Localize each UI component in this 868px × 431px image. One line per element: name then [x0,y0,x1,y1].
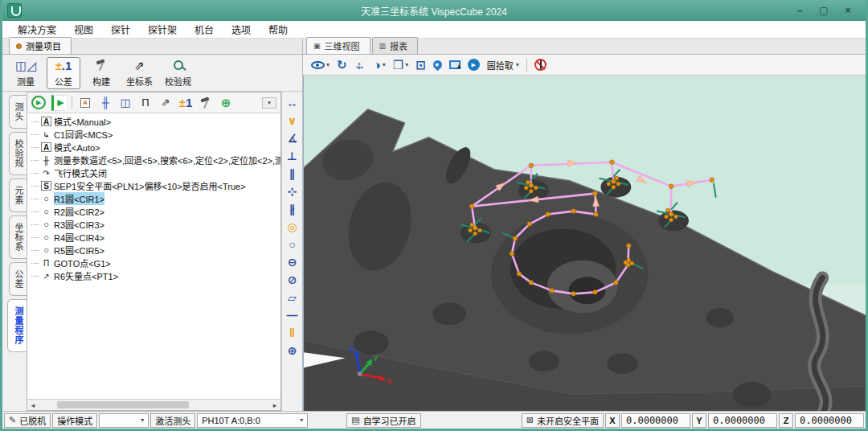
operation-mode-label: 操作模式 [52,413,97,428]
map-pin-icon [431,59,444,72]
tree-row-selected[interactable]: ○R1圆<CIR1> [27,192,280,205]
run-view-button[interactable]: ▶ [468,59,480,71]
circle-pick-dropdown[interactable]: 圆拾取▾ [487,59,519,72]
circle-icon: ○ [41,245,51,255]
measure-element-button[interactable]: ◫ [118,95,133,111]
angle-tool[interactable]: ∨ [283,112,302,129]
tree-row[interactable]: A模式<Manual> [27,115,280,128]
side-tab-probe[interactable]: 测头 [9,95,27,129]
eye-icon [311,61,325,69]
disable-collision-button[interactable] [534,59,547,71]
tree-row[interactable]: A模式<Auto> [27,141,280,154]
perpendicularity-tool[interactable]: ⊥ [283,147,302,165]
goto-button[interactable]: Π [138,95,153,111]
ribbon-measure-button[interactable]: ◫◿ 测量 [9,57,43,89]
tree-row[interactable]: ↳C1回调<MCS> [27,128,280,141]
title-bar: 天准三坐标系统 VispecCube 2024 – ▢ × [2,0,866,21]
side-tab-elements[interactable]: 元素 [9,179,27,212]
tab-3d-view[interactable]: ▣ 三维视图 [306,37,371,54]
viewport-3d[interactable]: X Y Z [303,76,866,411]
menu-help[interactable]: 帮助 [260,21,297,38]
menu-machine[interactable]: 机台 [186,21,223,38]
active-probe-select[interactable]: PH10T A:0,B:0 ▾ [197,413,308,428]
move-icon [354,59,366,72]
pan-view-button[interactable] [354,59,366,72]
minimize-button[interactable]: – [793,5,806,16]
pen-icon: ✎ [9,415,16,425]
chevron-down-icon: ▾ [326,61,330,68]
tree-row[interactable]: ╫测量参数逼近<5>,回退<5>,搜索<6>,定位<2>,定位加<2>,测量 [27,154,280,166]
symmetry-tool[interactable]: ‖ [283,324,302,342]
coordinate-system-button[interactable]: ⇗ [158,95,173,111]
operation-mode-select[interactable]: ▾ [99,413,149,428]
scroll-right-icon[interactable]: ▸ [269,401,280,409]
tree-row[interactable]: ↷飞行模式关闭 [27,166,280,179]
ribbon-coordinate-system-button[interactable]: ⇗ 坐标系 [122,57,157,89]
tree-row[interactable]: ○R3圆<CIR3> [27,218,280,231]
close-button[interactable]: × [841,5,854,16]
diameter-tool[interactable]: ⊖ [283,253,302,271]
recall-icon: ↳ [41,130,51,139]
report-icon: ▥ [379,42,387,50]
tree-row[interactable]: SSEP1安全平面<PLN1>偏移<10>是否启用<True> [27,179,280,192]
appearance-button[interactable]: ◑▾ [374,58,386,72]
step-run-button[interactable]: ▶ [51,95,66,111]
maximize-button[interactable]: ▢ [817,5,830,16]
menu-view[interactable]: 视图 [65,21,102,38]
toolbar-overflow-button[interactable]: ▾ [262,97,276,109]
roundness-tool[interactable]: ○ [283,236,302,253]
ribbon-tolerance-label: 公差 [55,75,72,88]
projection-button[interactable]: ❒▾ [393,58,408,72]
locate-button[interactable] [433,60,442,69]
side-tab-measurement-program[interactable]: 测量程序 [7,299,27,352]
ribbon-construct-button[interactable]: 构建 [84,57,118,89]
menu-probe[interactable]: 探针 [102,21,139,38]
toolbar-separator [72,96,72,109]
visibility-button[interactable]: ▾ [311,61,330,69]
distance-tool[interactable]: ↔ [283,94,302,112]
measurement-project-panel: 测量项目 ◫◿ 测量 ±.1 公差 构建 ⇗ 坐标系 [2,39,303,411]
cylindricity-tool[interactable]: ⊘ [283,271,302,289]
concentricity-tool[interactable]: ◎ [283,218,302,236]
angularity-tool[interactable]: ∦ [283,200,302,218]
tree-row[interactable]: ↗R6矢量点<PT1> [27,269,280,282]
mode-icon: A [41,142,51,152]
tab-measurement-project[interactable]: 测量项目 [9,37,72,54]
side-tab-coordinate-system[interactable]: 坐标系 [9,216,27,259]
probe-target-button[interactable]: ⊕ [219,95,233,111]
menu-solution[interactable]: 解决方案 [9,21,65,38]
tree-row[interactable]: ○R5圆<CIR5> [27,244,280,257]
tolerance-icon: ±.1 [55,59,72,73]
tab-report[interactable]: ▥ 报表 [372,37,419,54]
rotate-view-button[interactable]: ↻ [337,58,347,72]
menu-options[interactable]: 选项 [223,21,260,38]
true-position-tool[interactable]: ⊹ [283,183,302,200]
circle-icon: ○ [41,194,51,203]
tree-row[interactable]: ○R2圆<CIR2> [27,205,280,218]
tree-horizontal-scrollbar[interactable]: ◂ ▸ [27,399,280,410]
side-tab-gauge[interactable]: 校验规 [9,132,27,175]
menu-probe-rack[interactable]: 探针架 [139,21,186,38]
parameters-button[interactable]: ╫ [98,95,113,111]
scroll-left-icon[interactable]: ◂ [27,401,39,409]
mode-button[interactable]: A [78,95,92,111]
run-program-button[interactable]: ▶ [31,96,46,109]
scrollbar-thumb[interactable] [57,401,189,408]
zoom-fit-button[interactable]: ⊡ [416,58,426,72]
angle-measure-tool[interactable]: ∡ [283,129,302,147]
position-tool[interactable]: ⊕ [283,342,302,359]
construct-button[interactable] [199,95,213,111]
tree-row[interactable]: ○R4圆<CIR4> [27,231,280,244]
ribbon-measure-label: 测量 [17,75,35,88]
play-icon: ▶ [468,59,480,71]
ribbon-gauge-button[interactable]: 校验规 [161,57,195,89]
tolerance-button[interactable]: ±1 [178,95,193,111]
straightness-tool[interactable]: — [283,306,302,324]
parallelism-tool[interactable]: ∥ [283,165,302,183]
mode-icon: A [41,117,51,126]
flatness-tool[interactable]: ▱ [283,289,302,306]
select-mode-button[interactable] [449,60,461,69]
side-tab-tolerance[interactable]: 公差 [9,262,27,296]
ribbon-tolerance-button[interactable]: ±.1 公差 [47,57,80,89]
tree-row[interactable]: ΠGOTO点<G1> [27,257,280,269]
